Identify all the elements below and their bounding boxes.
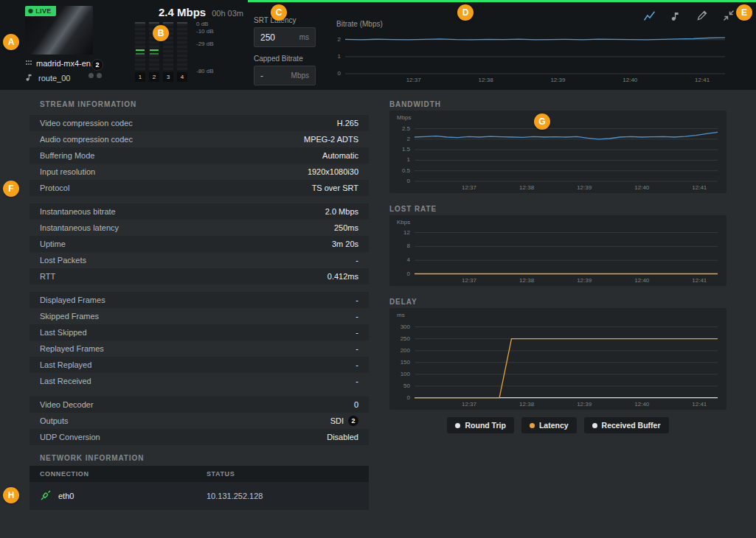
meter-channel-number: 4: [177, 72, 187, 82]
stream-indicator-dots: [89, 73, 102, 78]
ethernet-plug-icon: [40, 489, 52, 503]
legend-item[interactable]: Received Buffer: [584, 417, 669, 433]
network-table: CONNECTION STATUS eth0 10.131.252.128: [30, 466, 369, 510]
row-label: UDP Conversion: [40, 433, 100, 441]
meter-bar: [149, 22, 159, 71]
bitrate-chart: Bitrate (Mbps)21012:3712:3812:3912:4012:…: [332, 18, 734, 85]
table-row: RTT 0.412ms: [30, 268, 369, 284]
meter-bar: [163, 22, 173, 71]
row-value: -: [356, 256, 358, 265]
network-table-header: CONNECTION STATUS: [30, 466, 369, 482]
legend-dot-icon: [592, 423, 597, 428]
bitrate-summary: 2.4 Mbps 00h 03m: [159, 6, 243, 18]
table-row: Instantaneous bitrate 2.0 Mbps: [30, 203, 369, 220]
row-label: Protocol: [40, 184, 69, 192]
stats-group: Instantaneous bitrate 2.0 Mbps Instantan…: [30, 203, 369, 284]
legend-label: Latency: [539, 421, 569, 430]
delay-title: DELAY: [389, 298, 417, 306]
live-dot-icon: ◉: [28, 8, 33, 14]
connection-name: eth0: [58, 492, 74, 500]
bitrate-display: 2.4 Mbps: [159, 6, 206, 18]
table-row: Video Decoder 0: [30, 396, 369, 413]
row-value: -: [356, 296, 358, 304]
legend-item[interactable]: Latency: [521, 417, 577, 433]
lost-rate-chart: Kbps1284012:3712:3812:3912:4012:41: [389, 215, 726, 286]
row-label: Lost Packets: [40, 256, 86, 265]
connection-status: 10.131.252.128: [207, 492, 263, 500]
srt-latency-label: SRT Latency: [254, 16, 320, 24]
routes-icon[interactable]: [669, 9, 682, 22]
meter-channel-number: 3: [163, 72, 173, 82]
route-name[interactable]: route_00: [25, 72, 70, 83]
audio-meter: 3: [163, 22, 173, 82]
row-label: Instantaneous bitrate: [40, 207, 116, 216]
capped-bitrate-field: Capped Bitrate - Mbps: [254, 55, 320, 85]
table-row: Uptime 3m 20s: [30, 236, 369, 252]
legend-label: Received Buffer: [602, 421, 661, 430]
lost-rate-title: LOST RATE: [389, 205, 437, 213]
srt-latency-unit: ms: [299, 33, 309, 41]
legend-dot-icon: [455, 423, 460, 428]
row-value: -: [356, 312, 358, 321]
db-scale-label: 0 dB: [196, 21, 208, 27]
row-value: 1920x1080i30: [308, 167, 358, 176]
stats-chart-icon[interactable]: [642, 9, 656, 22]
table-row: Instantaneous latency 250ms: [30, 220, 369, 236]
live-badge: ◉ LIVE: [25, 6, 56, 16]
meter-bar: [177, 22, 187, 71]
row-label: Video compression codec: [40, 119, 133, 127]
meter-channel-number: 1: [135, 72, 145, 82]
row-label: Skipped Frames: [40, 312, 99, 321]
row-label: Displayed Frames: [40, 296, 105, 304]
stream-name-label: madrid-mx4-en...: [36, 59, 97, 68]
table-row: UDP Conversion Disabled: [30, 429, 369, 445]
stream-header-bar: ◉ LIVE madrid-mx4-en... route_00 2 2.4 M…: [0, 0, 756, 90]
row-label: Audio compression codec: [40, 135, 133, 144]
row-label: Uptime: [40, 240, 66, 248]
codec-group: Video compression codec H.265 Audio comp…: [30, 115, 369, 196]
row-value: 0.412ms: [327, 272, 358, 281]
network-information-title: NETWORK INFORMATION: [40, 454, 144, 462]
delay-chart: ms30025020015010050012:3712:3812:3912:40…: [389, 308, 726, 410]
table-row: Last Skipped -: [30, 324, 369, 340]
audio-level-meters: 1 2 3 4: [135, 22, 187, 82]
meter-channel-number: 2: [149, 72, 159, 82]
db-scale-label: -10 dB: [196, 28, 214, 35]
route-name-label: route_00: [38, 74, 70, 83]
table-row: Outputs SDI2: [30, 413, 369, 429]
table-row: Input resolution 1920x1080i30: [30, 164, 369, 180]
table-row: Replayed Frames -: [30, 340, 369, 357]
table-row: Displayed Frames -: [30, 292, 369, 308]
network-rows: eth0 10.131.252.128: [30, 482, 369, 510]
count-badge: 2: [348, 416, 358, 426]
header-toolbar: [642, 9, 735, 22]
row-value: H.265: [337, 119, 358, 127]
stream-information-title: STREAM INFORMATION: [40, 100, 136, 108]
table-row: Protocol TS over SRT: [30, 180, 369, 196]
row-label: Instantaneous latency: [40, 223, 119, 232]
legend-item[interactable]: Round Trip: [447, 417, 513, 433]
collapse-icon[interactable]: [722, 9, 735, 22]
outputs-group: Video Decoder 0 Outputs SDI2 UDP Convers…: [30, 396, 369, 445]
db-scale-label: -80 dB: [196, 68, 214, 74]
legend-dot-icon: [530, 423, 535, 428]
row-label: Video Decoder: [40, 400, 94, 409]
srt-latency-value: 250: [260, 32, 275, 43]
network-row[interactable]: eth0 10.131.252.128: [30, 482, 369, 510]
video-thumbnail[interactable]: ◉ LIVE: [25, 6, 93, 55]
srt-latency-input[interactable]: 250 ms: [254, 27, 316, 47]
edit-pencil-icon[interactable]: [696, 9, 709, 22]
table-row: Last Replayed -: [30, 357, 369, 373]
audio-meter: 2: [149, 22, 159, 82]
srt-latency-field: SRT Latency 250 ms: [254, 16, 320, 47]
meter-signal-mark: [136, 49, 145, 51]
live-badge-label: LIVE: [35, 7, 51, 15]
table-row: Skipped Frames -: [30, 308, 369, 324]
column-header-connection: CONNECTION: [30, 470, 207, 478]
row-value: 0: [354, 400, 358, 409]
row-value: SDI: [330, 416, 344, 425]
stream-information-table: Video compression codec H.265 Audio comp…: [30, 115, 369, 453]
db-scale-label: -29 dB: [196, 41, 214, 47]
capped-bitrate-input[interactable]: - Mbps: [254, 66, 316, 85]
audio-meter: 4: [177, 22, 187, 82]
